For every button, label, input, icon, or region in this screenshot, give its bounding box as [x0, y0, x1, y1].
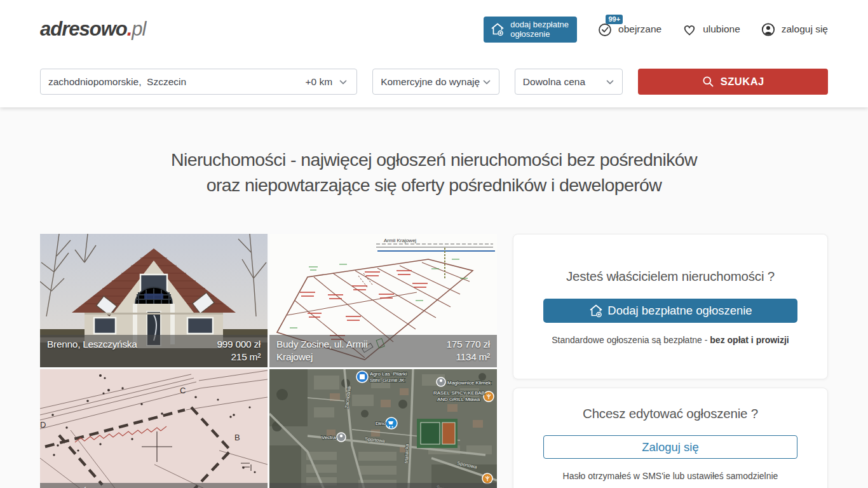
map-marker-agro-icon [356, 371, 368, 383]
map-marker-vectra-icon [337, 433, 346, 442]
radius-value: +0 km [306, 76, 333, 88]
price-value: Dowolna cena [523, 76, 585, 88]
category-select[interactable]: Komercyjne do wynaję [372, 69, 499, 95]
map-poi-maglownice: Maglownice Klimek [447, 380, 491, 386]
listing-caption: Budy Zosine, ul. Armii Krajowej 175 770 … [269, 335, 497, 367]
satellite-map-image: Agro Las. Pilarki Stihl. Grzmil JK Maglo… [269, 369, 497, 488]
listing-card-brenno[interactable]: Brenno, Leszczyńska 999 000 zł 215 m² [40, 234, 268, 367]
map-street-mariacka: Mariacka [403, 444, 410, 464]
listing-caption: Otwock Świder, ul. 950 000 zł [40, 483, 268, 488]
map-poi-kebab-1: RASEL SPICY KEBAB [433, 390, 485, 396]
house-plus-icon [490, 22, 505, 37]
map-marker-maglownice-icon [437, 377, 445, 386]
listing-address: Brenno, Leszczyńska [47, 338, 137, 363]
house-plus-icon [588, 303, 604, 318]
chevron-down-icon [337, 76, 349, 88]
listing-area: 215 m² [231, 351, 261, 362]
nav-favorites[interactable]: ulubione [682, 22, 740, 37]
viewed-count-badge: 99+ [606, 15, 623, 24]
owner-card-note: Standardowe ogłoszenia są bezpłatne - be… [513, 335, 827, 345]
map-poi-kebab-2: AND GRILL Mława [437, 396, 480, 402]
listing-price-area: 175 770 zł 1134 m² [446, 338, 490, 363]
logo-brand: adresowo [40, 18, 127, 40]
listing-price: 999 000 zł [217, 339, 261, 349]
edit-card-title: Chcesz edytować ogłoszenie ? [513, 406, 827, 421]
site-header: adresowo.pl dodaj bezpłatneogłoszenie 99… [0, 0, 868, 107]
logo-tld: pl [132, 18, 146, 40]
map-poi-dino: Dino [376, 421, 386, 426]
sketch-label-c: C [180, 386, 186, 395]
chevron-down-icon [604, 76, 616, 88]
sketch-label-d: D [40, 420, 46, 430]
nav-viewed[interactable]: 99+ obejrzane [597, 22, 661, 37]
sketch-label-b: B [234, 433, 240, 442]
map-marker-dino-icon [386, 417, 397, 429]
site-logo[interactable]: adresowo.pl [40, 18, 146, 41]
chevron-down-icon [481, 76, 492, 88]
magnifier-icon [702, 75, 715, 88]
listing-price-area: 999 000 zł 215 m² [217, 338, 261, 363]
search-button-label: SZUKAJ [721, 76, 764, 88]
listings-grid: Brenno, Leszczyńska 999 000 zł 215 m² Ar… [40, 234, 497, 488]
radius-selector[interactable]: +0 km [306, 76, 349, 88]
login-button[interactable]: Zaloguj się [543, 435, 797, 459]
nav-login[interactable]: zaloguj się [761, 22, 828, 37]
map-marker-bottom-icon [482, 473, 492, 484]
map-marker-kebab-icon [484, 391, 494, 402]
search-button[interactable]: SZUKAJ [638, 69, 828, 95]
heart-icon [682, 22, 697, 37]
map-poi-agro-2: Stihl. Grzmil JK [370, 377, 405, 383]
nav-favorites-label: ulubione [703, 24, 740, 35]
search-bar: zachodniopomorskie, Szczecin +0 km Komer… [40, 69, 828, 95]
category-value: Komercyjne do wynaję [381, 76, 480, 88]
listing-card-budy-zosine[interactable]: Armii Krajowej Budy Zosine, ul. Arm [269, 234, 497, 367]
price-select[interactable]: Dowolna cena [515, 69, 623, 95]
listing-caption: Brenno, Leszczyńska 999 000 zł 215 m² [40, 335, 268, 367]
plan-street-label: Armii Krajowej [384, 238, 416, 243]
add-listing-button[interactable]: dodaj bezpłatneogłoszenie [484, 17, 577, 43]
location-value: zachodniopomorskie, Szczecin [48, 76, 306, 88]
listing-area: 1134 m² [456, 351, 490, 362]
page-title: Nieruchomości - najwięcej ogłoszeń nieru… [0, 147, 868, 198]
add-listing-label: dodaj bezpłatneogłoszenie [510, 20, 569, 39]
sidebar: Jesteś właścicielem nieruchomości ? Doda… [513, 234, 828, 488]
owner-card-title: Jesteś właścicielem nieruchomości ? [513, 269, 827, 284]
map-poi-agro-1: Agro Las. Pilarki [370, 371, 407, 377]
listing-address: Budy Zosine, ul. Armii Krajowej [276, 338, 386, 363]
add-free-listing-label: Dodaj bezpłatne ogłoszenie [607, 304, 752, 318]
add-free-listing-button[interactable]: Dodaj bezpłatne ogłoszenie [543, 299, 797, 323]
owner-card: Jesteś właścicielem nieruchomości ? Doda… [513, 234, 828, 379]
map-poi-vectra: Vectra [322, 435, 336, 440]
listing-card-otwock[interactable]: D C B Otwock Świder, ul. 950 000 zł [40, 369, 268, 488]
listing-price: 175 770 zł [446, 339, 490, 349]
edit-card: Chcesz edytować ogłoszenie ? Zaloguj się… [513, 388, 828, 488]
listing-card-mlawa[interactable]: Agro Las. Pilarki Stihl. Grzmil JK Maglo… [269, 369, 497, 488]
location-input[interactable]: zachodniopomorskie, Szczecin +0 km [40, 69, 357, 95]
check-circle-icon: 99+ [597, 22, 613, 37]
survey-sketch-image: D C B [40, 369, 268, 488]
listing-caption: Mława Centrum, os. 325 000 zł [269, 483, 497, 488]
user-icon [761, 22, 776, 37]
login-button-label: Zaloguj się [642, 440, 698, 454]
nav-viewed-label: obejrzane [618, 24, 661, 35]
edit-card-note: Hasło otrzymałeś w SMS'ie lub ustawiłeś … [513, 471, 827, 481]
nav-login-label: zaloguj się [782, 24, 828, 35]
